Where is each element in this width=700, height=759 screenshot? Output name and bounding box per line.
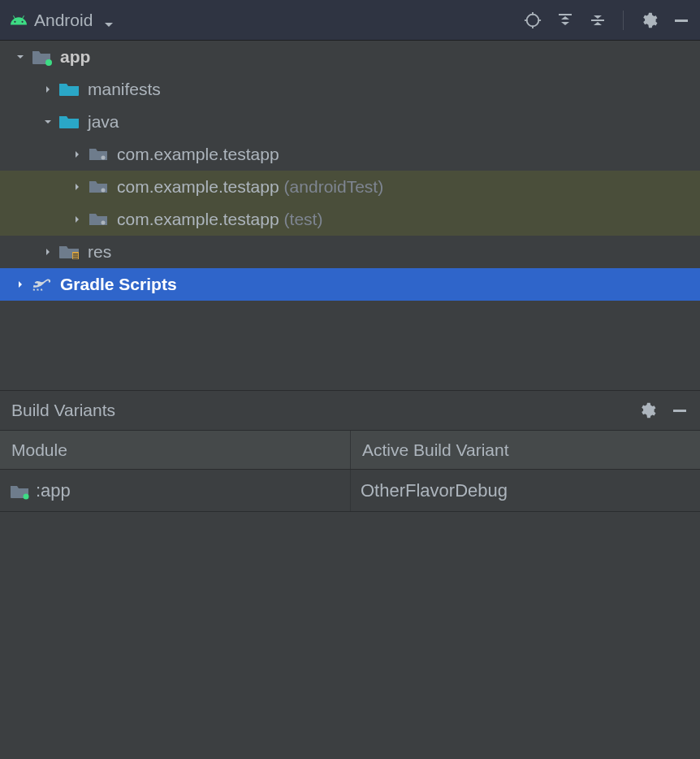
project-tree: app manifests java com.example.testapp [0,41,700,390]
cell-module[interactable]: :app [0,470,351,511]
svg-point-17 [24,493,29,499]
folder-icon [58,113,80,131]
module-folder-icon [10,484,28,498]
svg-point-10 [102,189,106,193]
gear-icon[interactable] [640,11,658,29]
table-row[interactable]: :app OtherFlavorDebug [0,470,700,512]
minimize-icon[interactable] [671,401,689,419]
collapse-all-icon[interactable] [589,11,607,29]
svg-point-9 [102,156,106,160]
build-variants-title: Build Variants [11,401,115,420]
tree-label: manifests [88,80,161,99]
table-header-row: Module Active Build Variant [0,431,700,470]
project-view-title[interactable]: Android [34,11,93,30]
variant-name: OtherFlavorDebug [361,480,508,501]
chevron-right-icon[interactable] [71,215,83,224]
tree-label: Gradle Scripts [60,275,177,294]
chevron-down-icon[interactable] [15,52,26,62]
package-icon [88,210,109,228]
chevron-right-icon[interactable] [71,150,83,159]
dropdown-icon[interactable] [104,17,114,24]
chevron-right-icon[interactable] [42,247,54,257]
column-header-variant[interactable]: Active Build Variant [351,431,700,469]
svg-point-0 [527,14,539,26]
project-view-header: Android [0,0,700,41]
svg-rect-5 [559,14,572,15]
tree-node-java[interactable]: java [0,106,700,138]
tree-label: com.example.testapp [117,177,279,197]
folder-icon [58,80,80,98]
expand-all-icon[interactable] [556,11,574,29]
tree-node-manifests[interactable]: manifests [0,73,700,106]
tree-label: res [88,242,111,262]
tree-node-gradle-scripts[interactable]: Gradle Scripts [0,268,700,301]
svg-rect-6 [591,20,604,21]
tree-suffix: (androidTest) [284,177,384,197]
svg-rect-14 [73,256,78,257]
chevron-right-icon[interactable] [71,182,83,192]
chevron-right-icon[interactable] [15,280,26,289]
tree-node-res[interactable]: res [0,236,700,268]
toolbar-divider [623,11,624,30]
svg-rect-16 [673,410,686,412]
resources-folder-icon [58,243,80,261]
tree-node-package-main[interactable]: com.example.testapp [0,138,700,171]
svg-rect-7 [675,20,688,22]
chevron-right-icon[interactable] [42,85,54,94]
package-icon [88,178,109,196]
module-name: :app [36,480,71,501]
cell-variant[interactable]: OtherFlavorDebug [351,470,700,511]
tree-node-app[interactable]: app [0,41,700,73]
module-folder-icon [31,48,52,66]
svg-point-8 [45,59,52,66]
header-toolbar [524,11,690,30]
chevron-down-icon[interactable] [42,117,54,127]
target-icon[interactable] [524,11,542,29]
svg-rect-13 [73,254,78,254]
tree-label: com.example.testapp [117,210,279,229]
gear-icon[interactable] [638,401,656,419]
column-header-module[interactable]: Module [0,431,351,469]
minimize-icon[interactable] [672,11,690,29]
tree-node-package-androidtest[interactable]: com.example.testapp (androidTest) [0,171,700,203]
build-variants-header: Build Variants [0,390,700,431]
package-icon [88,145,109,163]
tree-node-package-test[interactable]: com.example.testapp (test) [0,203,700,236]
tree-suffix: (test) [284,210,323,229]
variants-empty-area [0,512,700,759]
gradle-icon [31,275,52,293]
android-icon [10,11,28,29]
tree-label: app [60,47,90,67]
svg-point-11 [102,221,106,225]
tree-label: java [88,112,119,132]
svg-rect-15 [73,258,78,258]
build-variants-table: Module Active Build Variant :app OtherFl… [0,431,700,512]
tree-label: com.example.testapp [117,145,279,164]
